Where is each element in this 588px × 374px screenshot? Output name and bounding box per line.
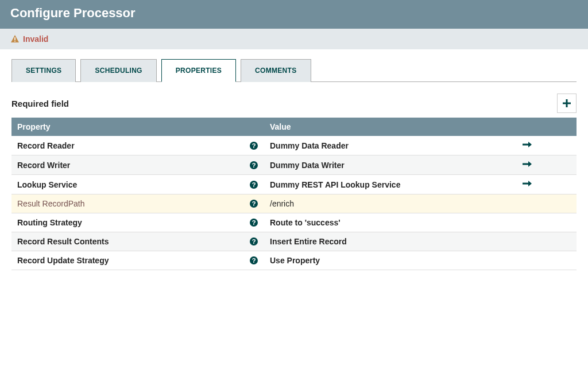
table-row[interactable]: Record Reader?Dummy Data Reader: [11, 136, 577, 155]
svg-text:?: ?: [252, 181, 256, 188]
property-cell: Result RecordPath?: [11, 194, 264, 213]
table-row[interactable]: Lookup Service?Dummy REST API Lookup Ser…: [11, 175, 577, 194]
action-cell: [516, 155, 577, 175]
help-icon[interactable]: ?: [249, 218, 258, 227]
section-header: Required field: [11, 94, 577, 113]
action-cell: [516, 194, 577, 213]
value-cell[interactable]: Use Property: [264, 251, 516, 270]
action-cell: [516, 136, 577, 155]
help-icon[interactable]: ?: [249, 161, 258, 170]
column-header-value: Value: [264, 118, 516, 136]
goto-service-icon[interactable]: [522, 180, 532, 188]
warning-icon: [10, 34, 20, 44]
tabs: SETTINGS SCHEDULING PROPERTIES COMMENTS: [11, 59, 577, 82]
property-cell: Record Result Contents?: [11, 232, 264, 251]
value-cell[interactable]: Insert Entire Record: [264, 232, 516, 251]
property-name: Record Result Contents: [17, 237, 109, 246]
help-icon[interactable]: ?: [249, 180, 258, 189]
goto-service-icon[interactable]: [522, 160, 532, 168]
property-value: Use Property: [270, 256, 320, 265]
dialog-header: Configure Processor: [0, 0, 588, 29]
tab-scheduling[interactable]: SCHEDULING: [80, 59, 156, 82]
property-cell: Lookup Service?: [11, 175, 264, 194]
svg-text:?: ?: [252, 162, 256, 169]
value-cell[interactable]: Dummy Data Reader: [264, 136, 516, 155]
value-cell[interactable]: Route to 'success': [264, 213, 516, 232]
table-row[interactable]: Record Update Strategy?Use Property: [11, 251, 577, 270]
required-field-label: Required field: [11, 99, 69, 108]
value-cell[interactable]: Dummy Data Writer: [264, 155, 516, 175]
table-row[interactable]: Record Result Contents?Insert Entire Rec…: [11, 232, 577, 251]
action-cell: [516, 175, 577, 194]
property-value: Route to 'success': [270, 218, 341, 227]
dialog-title: Configure Processor: [10, 6, 578, 21]
property-value: /enrich: [270, 199, 294, 208]
table-row[interactable]: Record Writer?Dummy Data Writer: [11, 155, 577, 175]
svg-text:?: ?: [252, 238, 256, 245]
svg-rect-1: [14, 41, 16, 42]
property-name: Record Writer: [17, 161, 70, 170]
property-cell: Record Update Strategy?: [11, 251, 264, 270]
goto-service-icon[interactable]: [522, 141, 532, 149]
table-row[interactable]: Routing Strategy?Route to 'success': [11, 213, 577, 232]
property-cell: Routing Strategy?: [11, 213, 264, 232]
status-bar: Invalid: [0, 29, 588, 49]
svg-text:?: ?: [252, 257, 256, 264]
svg-text:?: ?: [252, 219, 256, 226]
property-name: Lookup Service: [17, 180, 77, 189]
property-name: Record Reader: [17, 141, 75, 150]
help-icon[interactable]: ?: [249, 199, 258, 208]
action-cell: [516, 251, 577, 270]
tab-settings[interactable]: SETTINGS: [11, 59, 76, 82]
content-area: SETTINGS SCHEDULING PROPERTIES COMMENTS …: [0, 49, 588, 279]
property-value: Dummy REST API Lookup Service: [270, 180, 400, 189]
property-name: Record Update Strategy: [17, 256, 109, 265]
help-icon[interactable]: ?: [249, 141, 258, 150]
value-cell[interactable]: Dummy REST API Lookup Service: [264, 175, 516, 194]
svg-rect-3: [563, 103, 571, 104]
add-property-button[interactable]: [557, 94, 577, 113]
action-cell: [516, 232, 577, 251]
action-cell: [516, 213, 577, 232]
property-name: Result RecordPath: [17, 199, 85, 208]
svg-text:?: ?: [252, 142, 256, 149]
property-cell: Record Writer?: [11, 155, 264, 175]
svg-text:?: ?: [252, 200, 256, 207]
tab-comments[interactable]: COMMENTS: [241, 59, 311, 82]
table-row[interactable]: Result RecordPath?/enrich: [11, 194, 577, 213]
property-value: Dummy Data Reader: [270, 141, 349, 150]
property-value: Insert Entire Record: [270, 237, 347, 246]
column-header-property: Property: [11, 118, 264, 136]
column-header-actions: [516, 118, 577, 136]
status-text: Invalid: [23, 34, 48, 44]
help-icon[interactable]: ?: [249, 256, 258, 265]
svg-rect-0: [14, 37, 16, 40]
property-cell: Record Reader?: [11, 136, 264, 155]
tab-properties[interactable]: PROPERTIES: [161, 59, 236, 82]
properties-table: Property Value Record Reader?Dummy Data …: [11, 118, 577, 270]
property-name: Routing Strategy: [17, 218, 82, 227]
value-cell[interactable]: /enrich: [264, 194, 516, 213]
help-icon[interactable]: ?: [249, 237, 258, 246]
property-value: Dummy Data Writer: [270, 161, 345, 170]
